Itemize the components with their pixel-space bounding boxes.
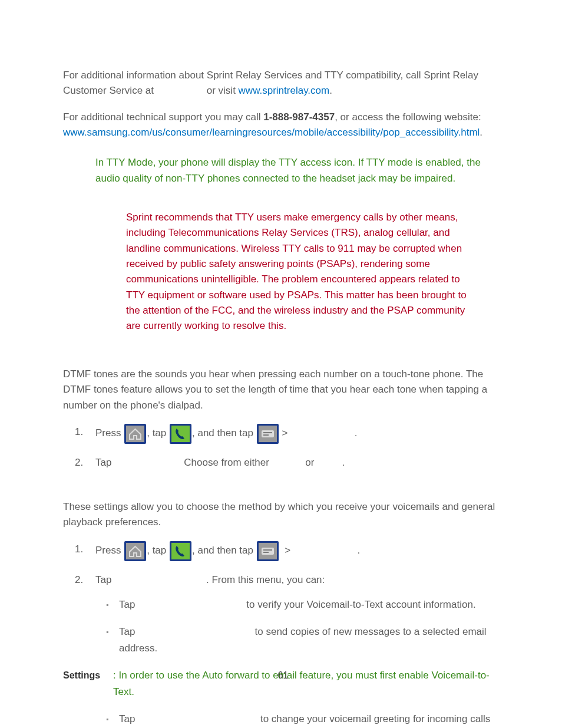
paragraph-tech-support: For additional technical support you may… [63, 110, 503, 141]
text: or [303, 457, 318, 468]
chevron: > [279, 427, 290, 439]
text: . [339, 457, 345, 468]
voicemail-steps: 1. Press , tap , and then tap > . 2. Tap… [63, 541, 503, 728]
svg-rect-4 [263, 549, 272, 551]
step-2: 2. Tap Choose from either or . [63, 454, 503, 471]
menu-icon [257, 541, 279, 561]
placeholder [138, 626, 252, 637]
text: . [355, 545, 360, 556]
phone-number: 1-888-987-4357 [263, 111, 335, 123]
warning-tty-emergency: Sprint recommends that TTY users make em… [126, 210, 480, 334]
chevron: > [279, 545, 293, 556]
home-icon [124, 541, 146, 561]
paragraph-relay-info: For additional information about Sprint … [63, 68, 503, 99]
note-text: In TTY Mode, your phone will display the… [95, 155, 497, 186]
placeholder [317, 457, 339, 468]
placeholder [114, 457, 184, 468]
text: Tap [119, 626, 138, 637]
svg-rect-2 [263, 434, 269, 436]
phone-icon [170, 541, 191, 561]
text: or visit [204, 85, 239, 96]
svg-rect-3 [262, 548, 274, 555]
link-sprintrelay[interactable]: www.sprintrelay.com [239, 85, 330, 96]
text: Choose from either [184, 457, 272, 468]
step-1: 1. Press , tap , and then tap > . [63, 541, 503, 561]
svg-rect-1 [263, 432, 272, 433]
text: Tap [119, 713, 138, 724]
text: Press [95, 427, 124, 439]
voicemail-substeps-2: Tap to change your voicemail greeting fo… [95, 711, 503, 728]
text: Tap [119, 599, 138, 610]
text: . [329, 85, 332, 96]
menu-icon [257, 424, 279, 444]
paragraph-voicemail-intro: These settings allow you to choose the m… [63, 499, 503, 531]
text: . [480, 127, 482, 138]
phone-placeholder [157, 85, 204, 96]
step-number: 1. [75, 424, 83, 440]
dtmf-steps: 1. Press , tap , and then tap > . 2. Tap… [63, 424, 503, 471]
placeholder [293, 545, 355, 556]
voicemail-substeps: Tap to verify your Voicemail-to-Text acc… [95, 597, 503, 657]
placeholder [114, 574, 206, 585]
step-2: 2. Tap . From this menu, you can: Tap to… [63, 572, 503, 728]
text: , and then tap [192, 427, 256, 439]
text: to verify your Voicemail-to-Text account… [244, 599, 476, 610]
placeholder [138, 599, 243, 610]
list-item: Tap to send copies of new messages to a … [95, 624, 503, 657]
text: . From this menu, you can: [206, 574, 325, 585]
placeholder [272, 457, 303, 468]
text: Press [95, 545, 124, 556]
placeholder [290, 427, 352, 439]
note-tty-mode: In TTY Mode, your phone will display the… [95, 155, 497, 186]
svg-rect-0 [262, 430, 274, 437]
footer-section: Settings [63, 670, 100, 680]
page-content: For additional information about Sprint … [0, 0, 562, 728]
text: , tap [147, 545, 169, 556]
page-footer: Settings 61 [63, 668, 503, 683]
svg-rect-5 [263, 552, 269, 553]
text: Tap [95, 457, 114, 468]
link-samsung-accessibility[interactable]: www.samsung.com/us/consumer/learningreso… [63, 127, 480, 138]
step-number: 1. [75, 541, 83, 558]
step-1: 1. Press , tap , and then tap > . [63, 424, 503, 444]
step-number: 2. [75, 454, 83, 471]
step-number: 2. [75, 572, 83, 588]
text: For additional technical support you may… [63, 111, 263, 123]
footer-page-number: 61 [63, 668, 503, 683]
text: , and then tap [192, 545, 256, 556]
text: , or access the following website: [335, 111, 481, 123]
phone-icon [170, 424, 191, 444]
list-item: Tap to change your voicemail greeting fo… [95, 711, 503, 728]
text: . [352, 427, 357, 439]
text: Tap [95, 574, 114, 585]
list-item: Tap to verify your Voicemail-to-Text acc… [95, 597, 503, 613]
warning-text: Sprint recommends that TTY users make em… [126, 210, 480, 334]
placeholder [138, 713, 257, 724]
paragraph-dtmf-intro: DTMF tones are the sounds you hear when … [63, 367, 503, 413]
text: , tap [147, 427, 169, 439]
home-icon [124, 424, 146, 444]
